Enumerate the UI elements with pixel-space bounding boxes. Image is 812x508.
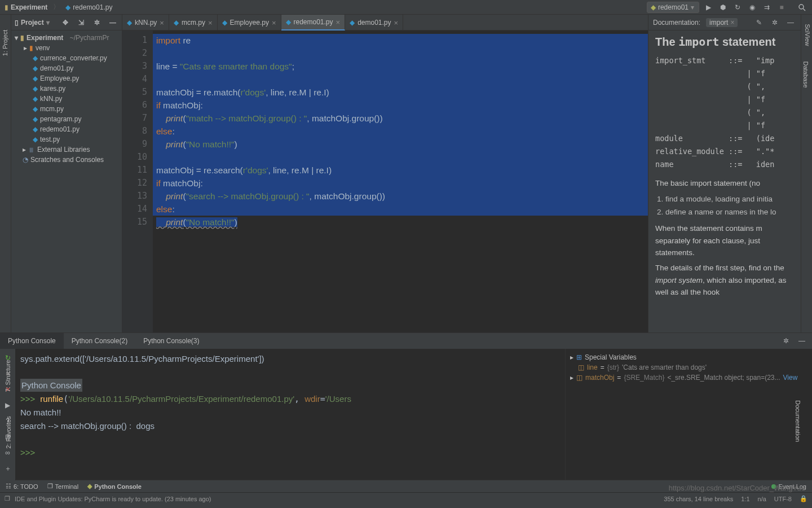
notification-dot-icon [771, 484, 776, 489]
chevron-down-icon: ▾ [15, 34, 18, 42]
tree-file[interactable]: ◆Employee.py [11, 73, 122, 84]
tree-file[interactable]: ◆redemo01.py [11, 124, 122, 134]
python-file-icon: ◆ [33, 115, 38, 123]
console-prompt[interactable]: >>> [20, 448, 37, 457]
hide-button[interactable]: — [785, 17, 796, 28]
tree-venv[interactable]: ▸ ▮ venv [11, 43, 122, 53]
tool-terminal-button[interactable]: ❐Terminal [47, 483, 79, 490]
tool-database-button[interactable]: Database [802, 61, 809, 87]
scroll-from-source-button[interactable]: ✥ [60, 17, 71, 28]
console-output[interactable]: sys.path.extend(['/Users/a10.11.5/Pychar… [16, 349, 565, 480]
editor[interactable]: 123456789101112131415 import re line = "… [122, 30, 648, 332]
tree-file[interactable]: ◆kNN.py [11, 94, 122, 104]
console-tab[interactable]: Python Console [0, 333, 64, 349]
new-console-button[interactable]: ＋ [2, 463, 14, 474]
special-variables-header[interactable]: ▸ ⊞ Special Variables [570, 352, 807, 362]
scratch-icon: ◔ [23, 156, 28, 164]
tree-file[interactable]: ◆currence_converter.py [11, 53, 122, 63]
python-file-icon: ◆ [33, 85, 38, 93]
settings-icon[interactable]: ✲ [780, 335, 792, 347]
tool-project-button[interactable]: 1: Project [2, 30, 8, 56]
tree-file[interactable]: ◆kares.py [11, 84, 122, 94]
editor-tab[interactable]: ◆demo01.py× [345, 15, 403, 30]
tree-file[interactable]: ◆test.py [11, 134, 122, 144]
doc-header: Documentation: import × ✎ ✲ — [648, 15, 801, 30]
close-icon[interactable]: × [336, 18, 341, 27]
editor-tab[interactable]: ◆mcm.py× [169, 15, 218, 30]
variables-panel[interactable]: ▸ ⊞ Special Variables ◫ line = {str} 'Ca… [565, 349, 812, 480]
code-area[interactable]: import re line = "Cats are smarter than … [153, 30, 648, 332]
status-caret-position[interactable]: 1:1 [741, 496, 749, 502]
settings-icon[interactable]: ✲ [769, 17, 780, 28]
python-file-icon: ◆ [33, 54, 38, 62]
editor-tab[interactable]: ◆redemo01.py× [281, 15, 346, 30]
lock-icon[interactable]: 🔒 [800, 495, 807, 502]
close-icon[interactable]: × [272, 19, 276, 27]
tree-scratches[interactable]: ◔ Scratches and Consoles [11, 155, 122, 165]
tool-sciview-button[interactable]: SciView [805, 24, 811, 46]
profiler-button[interactable]: ◉ [747, 2, 758, 13]
editor-gutter: 123456789101112131415 [122, 30, 153, 332]
chevron-right-icon: ▸ [23, 146, 26, 154]
tree-file[interactable]: ◆pentagram.py [11, 114, 122, 124]
console-tab[interactable]: Python Console(3) [135, 333, 207, 349]
tree-file[interactable]: ◆demo01.py [11, 63, 122, 73]
folder-icon: ▮ [20, 34, 24, 42]
tool-structure-button[interactable]: 7: Structure [5, 360, 11, 392]
tree-root[interactable]: ▾ ▮ Experiment ~/PycharmPr [11, 33, 122, 43]
obj-icon: ◫ [576, 374, 582, 382]
settings-icon[interactable]: ✲ [91, 17, 103, 28]
execute-button[interactable]: ▶ [2, 400, 14, 411]
tool-favorites-button[interactable]: 2: Favorites [5, 416, 12, 448]
view-link[interactable]: View [783, 374, 798, 382]
concurrency-button[interactable]: ⇉ [761, 2, 773, 13]
close-icon[interactable]: × [394, 19, 399, 27]
status-line-separator[interactable]: n/a [758, 496, 766, 502]
tree-external-libraries[interactable]: ▸ ⫼ External Libraries [11, 144, 122, 155]
search-everywhere-button[interactable] [796, 2, 807, 13]
run-button[interactable]: ▶ [703, 2, 714, 13]
event-log-button[interactable]: Event Log [771, 483, 806, 490]
run-config-selector[interactable]: ◆ redemo01 ▾ [647, 2, 699, 13]
chevron-down-icon[interactable]: ▾ [46, 19, 50, 27]
debug-button[interactable]: ⬢ [717, 2, 729, 13]
project-tool-window: ▯ Project ▾ ✥ ⇲ ✲ — ▾ ▮ Experiment ~/Pyc… [11, 15, 122, 332]
tool-documentation-button[interactable]: Documentation [795, 400, 801, 442]
tool-todo-button[interactable]: ☷6: TODO [6, 483, 38, 490]
tool-python-console-button[interactable]: ◆Python Console [87, 483, 142, 490]
close-icon[interactable]: × [730, 19, 734, 27]
right-tool-stripe: SciView Database [801, 15, 812, 332]
hide-button[interactable]: — [107, 17, 118, 28]
history-button[interactable]: ∞ [2, 447, 14, 458]
close-icon[interactable]: × [208, 19, 213, 27]
python-file-icon: ◆ [127, 19, 132, 27]
console-tab[interactable]: Python Console(2) [64, 333, 135, 349]
chevron-down-icon: ▾ [691, 3, 694, 11]
status-icon[interactable]: ❐ [5, 495, 10, 502]
doc-content[interactable]: The import statement import_stmt ::= "im… [648, 30, 801, 306]
navigation-bar: ▮ Experiment 〉 ◆ redemo01.py ◆ redemo01 … [0, 0, 812, 15]
python-file-icon: ◆ [222, 19, 227, 27]
svg-point-0 [799, 5, 804, 9]
editor-tab[interactable]: ◆kNN.py× [122, 15, 169, 30]
breadcrumb: ▮ Experiment 〉 ◆ redemo01.py [5, 2, 112, 12]
stop-button[interactable]: ■ [776, 2, 787, 13]
close-icon[interactable]: × [160, 19, 164, 27]
variable-matchobj[interactable]: ▸ ◫ matchObj = {SRE_Match} <_sre.SRE_Mat… [570, 373, 807, 383]
variable-line[interactable]: ◫ line = {str} 'Cats are smarter than do… [570, 362, 807, 373]
documentation-tool-window: Documentation: import × ✎ ✲ — The import… [648, 15, 801, 332]
run-with-coverage-button[interactable]: ↻ [732, 2, 743, 13]
tree-file[interactable]: ◆mcm.py [11, 104, 122, 114]
python-file-icon: ◆ [33, 105, 38, 113]
main-split: 1: Project ▯ Project ▾ ✥ ⇲ ✲ — ▾ ▮ Exper… [0, 15, 812, 332]
console-tabs: Python ConsolePython Console(2)Python Co… [0, 333, 812, 349]
project-tree[interactable]: ▾ ▮ Experiment ~/PycharmPr ▸ ▮ venv ◆cur… [11, 30, 122, 167]
collapse-all-button[interactable]: ⇲ [76, 17, 87, 28]
breadcrumb-project[interactable]: ▮ Experiment [5, 3, 47, 11]
edit-source-button[interactable]: ✎ [753, 17, 765, 28]
doc-tab[interactable]: import × [706, 18, 738, 27]
status-encoding[interactable]: UTF-8 [774, 496, 792, 502]
editor-tab[interactable]: ◆Employee.py× [218, 15, 281, 30]
hide-button[interactable]: — [796, 335, 807, 347]
breadcrumb-file[interactable]: ◆ redemo01.py [65, 3, 112, 11]
